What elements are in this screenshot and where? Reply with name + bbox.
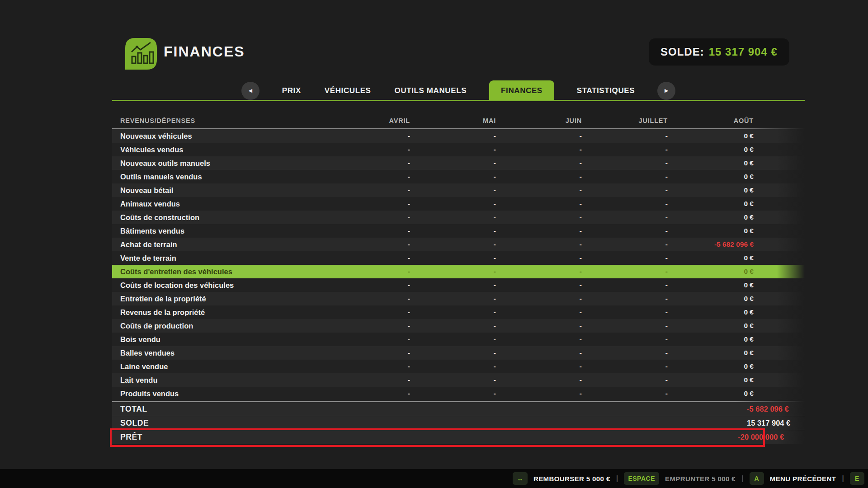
row-label: Outils manuels vendus: [112, 173, 324, 181]
row-value: 0 €: [668, 145, 754, 154]
row-value: -: [582, 254, 668, 262]
row-value: -: [324, 173, 410, 181]
row-value: -: [582, 132, 668, 140]
row-label: Coûts de production: [112, 322, 324, 330]
tab-bar: ◀ PRIXVÉHICULESOUTILS MANUELSFINANCESSTA…: [112, 80, 805, 101]
row-value: 0 €: [668, 335, 754, 343]
footer-action-rembourser-5-000-[interactable]: REMBOURSER 5 000 €: [533, 475, 610, 483]
table-row-entretien-de-la-propriete[interactable]: Entretien de la propriété----0 €: [112, 292, 805, 305]
row-value: -: [496, 308, 582, 316]
footer-action-emprunter-5-000-[interactable]: EMPRUNTER 5 000 €: [665, 475, 736, 483]
row-value: -: [410, 132, 496, 140]
table-row-animaux-vendus[interactable]: Animaux vendus----0 €: [112, 197, 805, 211]
row-value: -5 682 096 €: [668, 240, 754, 249]
row-value: -: [324, 335, 410, 343]
column-header-aout: AOÛT: [668, 117, 754, 124]
e-key[interactable]: E: [850, 472, 864, 485]
row-value: -: [582, 362, 668, 371]
row-value: -: [496, 173, 582, 181]
row-value: -: [324, 362, 410, 371]
row-value: -: [496, 132, 582, 140]
footer-separator: |: [842, 474, 844, 483]
table-row-couts-de-production[interactable]: Coûts de production----0 €: [112, 319, 805, 333]
table-row-laine-vendue[interactable]: Laine vendue----0 €: [112, 360, 805, 373]
row-value: -: [496, 159, 582, 167]
row-value: 0 €: [668, 389, 754, 398]
row-value: -: [324, 254, 410, 262]
table-row-batiments-vendus[interactable]: Bâtiments vendus----0 €: [112, 224, 805, 238]
row-value: -: [324, 295, 410, 303]
table-row-produits-vendus[interactable]: Produits vendus----0 €: [112, 387, 805, 400]
row-value: -: [496, 389, 582, 398]
row-value: -: [324, 213, 410, 221]
row-value: -: [324, 227, 410, 235]
row-value: 0 €: [668, 159, 754, 167]
row-label: Bois vendu: [112, 335, 324, 344]
row-value: -: [496, 376, 582, 384]
row-label: Bâtiments vendus: [112, 227, 324, 235]
row-value: 0 €: [668, 267, 754, 276]
row-value: -: [496, 213, 582, 221]
table-row-vehicules-vendus[interactable]: Véhicules vendus----0 €: [112, 143, 805, 156]
row-label: Animaux vendus: [112, 200, 324, 208]
table-row-bois-vendu[interactable]: Bois vendu----0 €: [112, 333, 805, 346]
summary-value: -20 000 000 €: [142, 433, 784, 441]
row-value: -: [324, 349, 410, 357]
table-row-achat-de-terrain[interactable]: Achat de terrain-----5 682 096 €: [112, 238, 805, 251]
table-row-couts-d-entretien-des-vehicules[interactable]: Coûts d'entretien des véhicules----0 €: [112, 265, 805, 278]
a-key[interactable]: A: [750, 472, 764, 485]
row-value: -: [582, 159, 668, 167]
footer-separator: |: [741, 474, 744, 483]
table-row-nouveaux-vehicules[interactable]: Nouveaux véhicules----0 €: [112, 129, 805, 143]
row-label: Nouveaux véhicules: [112, 132, 324, 141]
table-row-outils-manuels-vendus[interactable]: Outils manuels vendus----0 €: [112, 170, 805, 183]
tabs-next-button[interactable]: ▶: [657, 82, 675, 100]
tab-statistiques[interactable]: STATISTIQUES: [576, 80, 636, 101]
column-header-juin: JUIN: [496, 117, 582, 124]
footer-action-menu-precedent[interactable]: MENU PRÉCÉDENT: [770, 475, 836, 483]
row-value: -: [410, 145, 496, 154]
row-value: 0 €: [668, 186, 754, 194]
table-row-lait-vendu[interactable]: Lait vendu----0 €: [112, 373, 805, 387]
row-value: -: [410, 349, 496, 357]
row-value: -: [496, 267, 582, 276]
tab-outils-manuels[interactable]: OUTILS MANUELS: [394, 80, 468, 101]
row-value: -: [582, 295, 668, 303]
tab-vehicules[interactable]: VÉHICULES: [324, 80, 372, 101]
row-value: -: [496, 145, 582, 154]
table-row-vente-de-terrain[interactable]: Vente de terrain----0 €: [112, 251, 805, 265]
row-value: -: [582, 349, 668, 357]
row-value: -: [410, 240, 496, 249]
row-value: -: [496, 186, 582, 194]
table-row-nouveaux-outils-manuels[interactable]: Nouveaux outils manuels----0 €: [112, 156, 805, 170]
row-value: -: [410, 322, 496, 330]
row-value: -: [496, 295, 582, 303]
table-row-balles-vendues[interactable]: Balles vendues----0 €: [112, 346, 805, 360]
tabs-prev-button[interactable]: ◀: [241, 82, 259, 100]
row-value: -: [582, 240, 668, 249]
row-value: 0 €: [668, 281, 754, 289]
balance-badge: SOLDE: 15 317 904 €: [649, 38, 789, 66]
row-value: -: [410, 227, 496, 235]
tab-prix[interactable]: PRIX: [281, 80, 302, 101]
summary-row-solde: SOLDE15 317 904 €: [112, 416, 805, 430]
table-row-couts-de-location-des-vehicules[interactable]: Coûts de location des véhicules----0 €: [112, 278, 805, 292]
table-row-couts-de-construction[interactable]: Coûts de construction----0 €: [112, 211, 805, 224]
row-value: -: [324, 159, 410, 167]
column-header-mai: MAI: [410, 117, 496, 124]
tab-finances[interactable]: FINANCES: [489, 80, 554, 101]
repay-key-icon[interactable]: ↔: [513, 472, 528, 485]
row-value: 0 €: [668, 349, 754, 357]
column-header-revenus-depenses: REVENUS/DÉPENSES: [112, 117, 324, 124]
row-value: -: [496, 349, 582, 357]
table-row-revenus-de-la-propriete[interactable]: Revenus de la propriété----0 €: [112, 305, 805, 319]
row-label: Nouveau bétail: [112, 186, 324, 195]
summary-row-total: TOTAL-5 682 096 €: [112, 402, 805, 416]
row-value: -: [410, 159, 496, 167]
space-key[interactable]: ESPACE: [624, 472, 659, 485]
row-value: -: [496, 200, 582, 208]
table-row-nouveau-betail[interactable]: Nouveau bétail----0 €: [112, 183, 805, 197]
summary-label: SOLDE: [112, 418, 149, 428]
row-value: -: [496, 254, 582, 262]
column-header-juillet: JUILLET: [582, 117, 668, 124]
